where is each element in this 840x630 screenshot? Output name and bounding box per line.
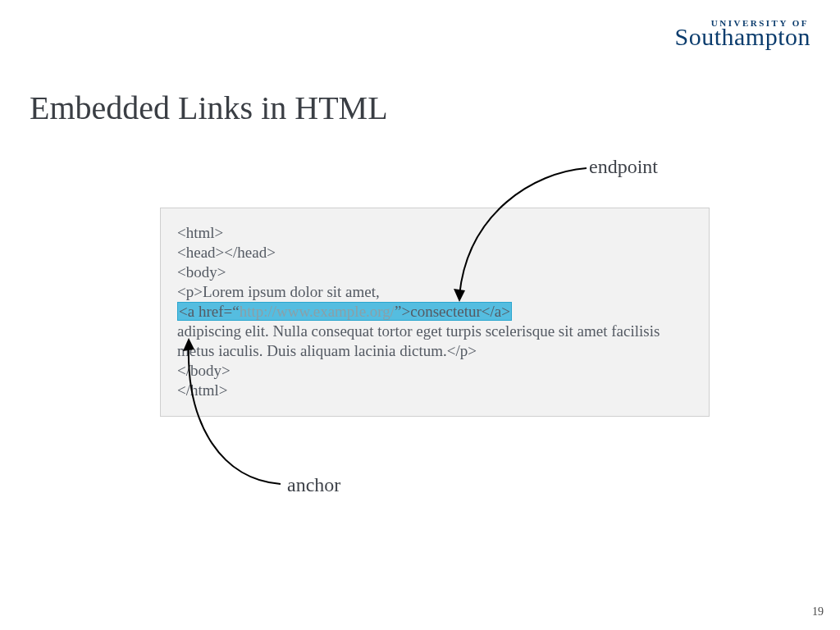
anchor-open: <a href=“ bbox=[179, 303, 240, 320]
anchor-url: http://www.example.org/ bbox=[240, 303, 395, 320]
page-number: 19 bbox=[812, 605, 824, 619]
code-example-box: <html> <head></head> <body> <p>Lorem ips… bbox=[160, 208, 710, 417]
code-line: </body> bbox=[177, 361, 692, 381]
code-line: <body> bbox=[177, 262, 692, 282]
slide-title: Embedded Links in HTML bbox=[30, 89, 388, 127]
code-line: </html> bbox=[177, 381, 692, 400]
code-line: <p>Lorem ipsum dolor sit amet, bbox=[177, 282, 692, 302]
logo-main-text: Southampton bbox=[674, 23, 810, 51]
code-line: <head></head> bbox=[177, 243, 692, 262]
label-endpoint: endpoint bbox=[589, 156, 658, 178]
label-anchor: anchor bbox=[287, 474, 340, 496]
code-line: <html> bbox=[177, 223, 692, 243]
code-line-anchor: <a href=“http://www.example.org/”>consec… bbox=[177, 302, 692, 322]
anchor-close: ”>consectetur</a> bbox=[395, 303, 510, 320]
code-line: adipiscing elit. Nulla consequat tortor … bbox=[177, 322, 692, 361]
university-logo: UNIVERSITY OF Southampton bbox=[674, 18, 810, 51]
